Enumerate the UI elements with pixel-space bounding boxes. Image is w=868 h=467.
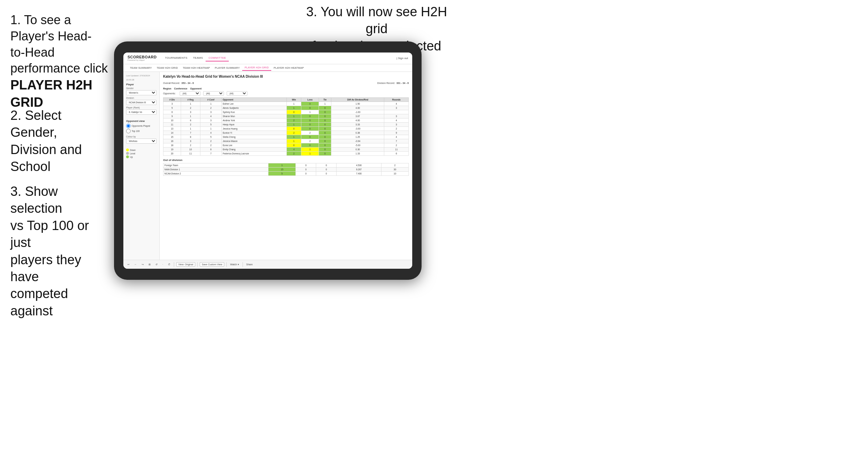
col-tie: Tie — [319, 98, 331, 102]
toolbar-back[interactable]: ← — [133, 263, 138, 266]
table-row: 1474Eunice Yi2200.389 — [163, 131, 409, 135]
watch-btn[interactable]: Watch ▾ — [229, 263, 240, 267]
table-row: 19106Emily Chang4100.3011 — [163, 147, 409, 152]
color-legend: Down Level Up — [126, 149, 157, 158]
opponent-filter: Opponent — [190, 87, 201, 90]
share-btn[interactable]: Share — [245, 263, 254, 266]
division-select[interactable]: NCAA Division III NCAA Division I NCAA D… — [126, 100, 157, 105]
toolbar-redo[interactable]: ↪ — [140, 263, 145, 267]
table-header-row: # Div # Reg # Conf Opponent Win Loss Tie… — [163, 98, 409, 102]
main-navbar: SCOREBOARD Powered by clippd TOURNAMENTS… — [123, 53, 412, 64]
logo-text: SCOREBOARD — [128, 55, 157, 59]
player-rank-select[interactable]: 8. Katelyn Vo — [126, 109, 157, 115]
toolbar-sep4 — [243, 262, 243, 267]
table-row: NAIA Division 115009.26730 — [163, 168, 409, 172]
legend-level-row: Level — [126, 152, 157, 155]
filter-section: Region Conference Opponent Opponents: (A… — [163, 87, 409, 96]
sub-nav-team-summary[interactable]: TEAM SUMMARY — [128, 65, 154, 70]
radio-opponents-played[interactable]: Opponents Played — [126, 124, 157, 128]
legend-up-label: Up — [130, 156, 133, 158]
table-body: 311Esther Lee1011.504522Alexis Sudjianto… — [163, 102, 409, 156]
filter-row: Region Conference Opponent — [163, 87, 409, 90]
col-win: Win — [286, 98, 301, 102]
right-panel: Katelyn Vo Head-to-Head Grid for Women's… — [160, 72, 412, 260]
colour-by-select[interactable]: Win/loss — [126, 139, 157, 144]
table-row: 522Alexis Sudjianto1004.003 — [163, 106, 409, 110]
legend-up-row: Up — [126, 155, 157, 158]
nav-links: TOURNAMENTS TEAMS COMMITTEE — [162, 55, 396, 61]
step3a-text: 3. Show selection vs Top 100 or just pla… — [10, 183, 104, 320]
table-row: 1632Jessica Mason120-0.947 — [163, 139, 409, 143]
region-select[interactable]: (All) — [180, 91, 200, 96]
tablet-frame: SCOREBOARD Powered by clippd TOURNAMENTS… — [114, 41, 422, 280]
radio-opponents-played-input[interactable] — [126, 124, 131, 128]
conference-filter: Conference — [174, 87, 188, 90]
table-row: 1063Andrea York2004.004 — [163, 118, 409, 123]
out-of-division-table: Foreign Team1004.5002NAIA Division 11500… — [163, 163, 409, 176]
gender-select[interactable]: Women's Men's — [126, 90, 157, 95]
toolbar-sep2 — [197, 262, 198, 267]
sub-nav-player-h2h-heatmap[interactable]: PLAYER H2H HEATMAP — [271, 65, 306, 70]
toolbar-dot[interactable]: · — [161, 263, 164, 266]
colour-by-label: Colour by — [126, 135, 157, 138]
col-opponent: Opponent — [221, 98, 286, 102]
conference-select[interactable]: (All) — [203, 91, 224, 96]
instructions-bottom-left: 3. Show selection vs Top 100 or just pla… — [0, 183, 114, 320]
table-row: 1822Euna Lee000-5.002 — [163, 143, 409, 147]
tablet-screen: SCOREBOARD Powered by clippd TOURNAMENTS… — [123, 53, 412, 269]
radio-top100[interactable]: Top 100 — [126, 129, 157, 133]
opponents-row: Opponents: (All) (All) (All) — [163, 91, 409, 96]
sub-nav-player-summary[interactable]: PLAYER SUMMARY — [213, 65, 242, 70]
timestamp2: 16:55:38 — [126, 79, 157, 81]
opponent-select[interactable]: (All) — [227, 91, 247, 96]
toolbar-undo[interactable]: ↩ — [126, 263, 131, 267]
instructions-middle-left: 2. Select Gender, Division and School — [0, 107, 114, 175]
view-original-btn[interactable]: View: Original — [176, 262, 195, 267]
col-loss: Loss — [301, 98, 319, 102]
table-row: Foreign Team1004.5002 — [163, 163, 409, 168]
division-record: Division Record: 331 - 34 - 6 — [377, 79, 409, 85]
step1-text: 1. To see a Player's Head- to-Head perfo… — [10, 12, 117, 111]
sub-nav-player-h2h-grid[interactable]: PLAYER H2H GRID — [242, 65, 271, 71]
radio-top100-input[interactable] — [126, 129, 131, 133]
opponent-view-title: Opponent view — [126, 120, 157, 123]
table-row: 633Sydney Kuo010-1.00 — [163, 110, 409, 114]
save-custom-btn[interactable]: Save Custom View — [200, 262, 224, 267]
sub-nav-team-h2h-grid[interactable]: TEAM H2H GRID — [154, 65, 180, 70]
table-row: 1125Heeju Hyun1003.333 — [163, 123, 409, 127]
table-row: NCAA Division 25007.40010 — [163, 172, 409, 176]
player-rank-label: Player (Rank) — [126, 106, 157, 109]
toolbar-refresh[interactable]: ↺ — [154, 263, 159, 267]
col-conf: # Conf — [200, 98, 221, 102]
step2-text: 2. Select Gender, Division and School — [10, 107, 104, 175]
table-row: 20117Federica Domecq Lacroze2101.336 — [163, 152, 409, 156]
toolbar-sep1 — [174, 262, 174, 267]
division-label: Division — [126, 97, 157, 99]
legend-down-label: Down — [130, 149, 136, 151]
bottom-toolbar: ↩ ← ↪ ⊞ ↺ · ⏱ View: Original Save Custom… — [123, 260, 412, 269]
toolbar-grid[interactable]: ⊞ — [147, 263, 152, 267]
nav-teams[interactable]: TEAMS — [190, 55, 206, 61]
sub-navbar: TEAM SUMMARY TEAM H2H GRID TEAM H2H HEAT… — [123, 64, 412, 72]
timestamp: Last Updated: 27/03/2024 — [126, 75, 157, 77]
gender-label: Gender — [126, 87, 157, 89]
legend-down-row: Down — [126, 149, 157, 151]
out-of-division-title: Out of division — [163, 159, 409, 162]
table-row: 914Sharon Mun1003.673 — [163, 114, 409, 118]
legend-down-dot — [126, 149, 129, 151]
record-row: Overall Record: 353 - 34 - 6 Division Re… — [163, 79, 409, 85]
left-panel: Last Updated: 27/03/2024 16:55:38 Player… — [123, 72, 160, 260]
col-rounds: Rounds — [384, 98, 409, 102]
nav-committee[interactable]: COMMITTEE — [206, 55, 229, 61]
sub-nav-team-h2h-heatmap[interactable]: TEAM H2H HEATMAP — [180, 65, 213, 70]
sign-out-link[interactable]: Sign out — [398, 57, 408, 60]
table-row: 1585Stella Cheng1001.254 — [163, 135, 409, 139]
toolbar-timer[interactable]: ⏱ — [167, 263, 172, 266]
legend-level-dot — [126, 152, 129, 155]
nav-right: | Sign out — [396, 57, 408, 60]
legend-level-label: Level — [130, 152, 135, 155]
table-row: 1311Jessica Huang000-3.002 — [163, 127, 409, 131]
logo: SCOREBOARD Powered by clippd — [128, 55, 157, 61]
col-diff: Diff Av Strokes/Rnd — [331, 98, 384, 102]
nav-tournaments[interactable]: TOURNAMENTS — [162, 55, 190, 61]
